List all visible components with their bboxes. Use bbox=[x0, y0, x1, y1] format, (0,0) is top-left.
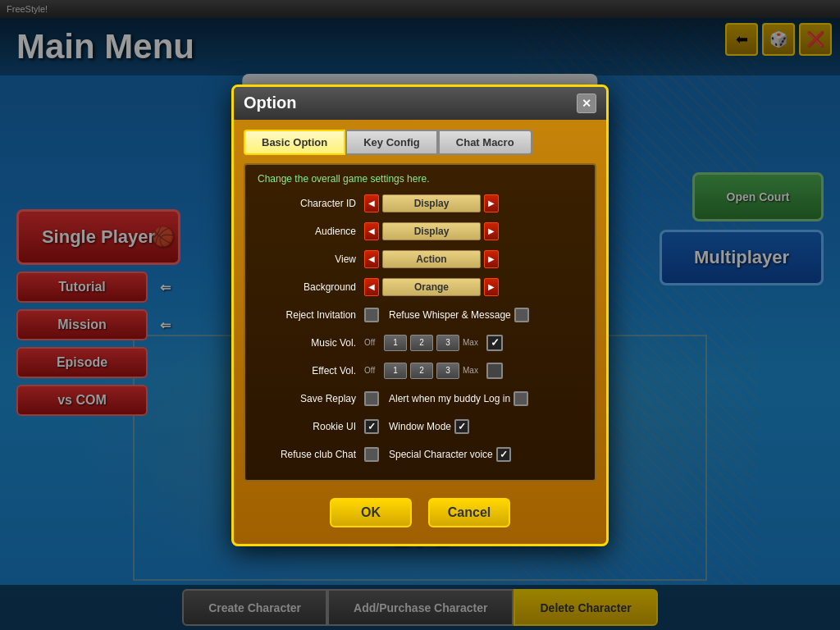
effect-vol-3-button[interactable]: 3 bbox=[436, 363, 459, 379]
music-vol-2-button[interactable]: 2 bbox=[410, 335, 433, 351]
save-replay-control: Alert when my buddy Log in bbox=[364, 391, 528, 406]
alert-buddy-label: Alert when my buddy Log in bbox=[389, 393, 510, 404]
options-panel: Change the overall game settings here. C… bbox=[244, 163, 596, 482]
reject-invitation-label: Reject Invitation bbox=[258, 309, 364, 321]
dialog-cancel-button[interactable]: Cancel bbox=[428, 498, 510, 527]
character-id-value: Display bbox=[382, 194, 481, 212]
rookie-ui-label: Rookie UI bbox=[258, 421, 364, 432]
refuse-club-chat-control: Special Character voice bbox=[364, 447, 511, 462]
music-off-label: Off bbox=[364, 338, 381, 347]
reject-invitation-checkbox[interactable] bbox=[364, 308, 379, 322]
refuse-club-chat-label: Refuse club Chat bbox=[258, 449, 364, 460]
option-dialog: Option ✕ Basic Option Key Config Chat Ma… bbox=[231, 84, 609, 546]
background-prev-button[interactable]: ◀ bbox=[364, 278, 379, 296]
refuse-whisper-checkbox[interactable] bbox=[514, 308, 529, 322]
rookie-ui-control: Window Mode bbox=[364, 419, 469, 434]
music-vol-labels-row: Off 1 2 3 Max bbox=[364, 335, 503, 351]
background-row: Background ◀ Orange ▶ bbox=[258, 276, 582, 298]
alert-buddy-checkbox[interactable] bbox=[514, 391, 528, 406]
music-vol-label: Music Vol. bbox=[258, 337, 364, 349]
dialog-close-button[interactable]: ✕ bbox=[577, 94, 596, 113]
effect-vol-1-button[interactable]: 1 bbox=[384, 363, 407, 379]
background-label: Background bbox=[258, 281, 364, 293]
character-id-next-button[interactable]: ▶ bbox=[484, 194, 499, 212]
effect-vol-row: Effect Vol. Off 1 2 3 Max bbox=[258, 360, 582, 381]
background-control: ◀ Orange ▶ bbox=[364, 278, 499, 296]
options-hint: Change the overall game settings here. bbox=[258, 173, 582, 185]
effect-vol-2-button[interactable]: 2 bbox=[410, 363, 433, 379]
audience-next-button[interactable]: ▶ bbox=[484, 222, 499, 240]
music-vol-1-button[interactable]: 1 bbox=[384, 335, 407, 351]
tab-chat-macro[interactable]: Chat Macro bbox=[438, 130, 532, 155]
effect-vol-control: Off 1 2 3 Max bbox=[364, 363, 503, 379]
view-label: View bbox=[258, 253, 364, 265]
effect-vol-labels-row: Off 1 2 3 Max bbox=[364, 363, 503, 379]
audience-prev-button[interactable]: ◀ bbox=[364, 222, 379, 240]
audience-value: Display bbox=[382, 222, 481, 240]
music-vol-3-button[interactable]: 3 bbox=[436, 335, 459, 351]
dialog-ok-button[interactable]: OK bbox=[330, 498, 412, 527]
dialog-overlay: Option ✕ Basic Option Key Config Chat Ma… bbox=[0, 0, 840, 630]
view-value: Action bbox=[382, 250, 481, 268]
refuse-whisper-label: Refuse Whisper & Message bbox=[389, 309, 511, 321]
window-mode-label: Window Mode bbox=[389, 421, 451, 432]
background-next-button[interactable]: ▶ bbox=[484, 278, 499, 296]
tab-chat-macro-label: Chat Macro bbox=[456, 136, 514, 148]
character-id-row: Character ID ◀ Display ▶ bbox=[258, 193, 582, 214]
audience-control: ◀ Display ▶ bbox=[364, 222, 499, 240]
background-value: Orange bbox=[382, 278, 481, 296]
tab-key-config[interactable]: Key Config bbox=[345, 130, 438, 155]
audience-row: Audience ◀ Display ▶ bbox=[258, 221, 582, 242]
dialog-title-bar: Option ✕ bbox=[234, 87, 606, 120]
save-replay-label: Save Replay bbox=[258, 393, 364, 404]
special-char-voice-checkbox[interactable] bbox=[496, 447, 511, 462]
effect-vol-slider: Off 1 2 3 Max bbox=[364, 363, 503, 379]
view-control: ◀ Action ▶ bbox=[364, 250, 499, 268]
view-next-button[interactable]: ▶ bbox=[484, 250, 499, 268]
dialog-tabs: Basic Option Key Config Chat Macro bbox=[244, 130, 596, 155]
rookie-ui-row: Rookie UI Window Mode bbox=[258, 416, 582, 437]
reject-invitation-control: Refuse Whisper & Message bbox=[364, 308, 529, 322]
save-replay-checkbox[interactable] bbox=[364, 391, 379, 406]
tab-key-config-label: Key Config bbox=[363, 136, 420, 148]
window-mode-checkbox[interactable] bbox=[454, 419, 469, 434]
effect-off-label: Off bbox=[364, 366, 381, 375]
tab-basic-option-label: Basic Option bbox=[262, 136, 327, 148]
special-char-voice-label: Special Character voice bbox=[389, 449, 493, 460]
ok-label: OK bbox=[361, 505, 381, 520]
music-vol-slider: Off 1 2 3 Max bbox=[364, 335, 503, 351]
music-max-label: Max bbox=[463, 338, 483, 347]
save-replay-row: Save Replay Alert when my buddy Log in bbox=[258, 388, 582, 409]
character-id-control: ◀ Display ▶ bbox=[364, 194, 499, 212]
rookie-ui-checkbox[interactable] bbox=[364, 419, 379, 434]
cancel-label: Cancel bbox=[448, 505, 491, 520]
dialog-title: Option bbox=[244, 94, 296, 112]
refuse-club-chat-row: Refuse club Chat Special Character voice bbox=[258, 444, 582, 465]
effect-vol-checkbox[interactable] bbox=[486, 363, 503, 379]
view-row: View ◀ Action ▶ bbox=[258, 249, 582, 270]
audience-label: Audience bbox=[258, 226, 364, 237]
dialog-buttons: OK Cancel bbox=[244, 491, 596, 534]
view-prev-button[interactable]: ◀ bbox=[364, 250, 379, 268]
character-id-prev-button[interactable]: ◀ bbox=[364, 194, 379, 212]
reject-invitation-row: Reject Invitation Refuse Whisper & Messa… bbox=[258, 304, 582, 326]
music-vol-row: Music Vol. Off 1 2 3 Max bbox=[258, 332, 582, 354]
refuse-club-chat-checkbox[interactable] bbox=[364, 447, 379, 462]
music-vol-control: Off 1 2 3 Max bbox=[364, 335, 503, 351]
tab-basic-option[interactable]: Basic Option bbox=[244, 130, 345, 155]
music-vol-checkbox[interactable] bbox=[486, 335, 503, 351]
effect-vol-label: Effect Vol. bbox=[258, 365, 364, 377]
effect-max-label: Max bbox=[463, 366, 483, 375]
character-id-label: Character ID bbox=[258, 198, 364, 209]
dialog-body: Basic Option Key Config Chat Macro Chang… bbox=[234, 120, 606, 544]
